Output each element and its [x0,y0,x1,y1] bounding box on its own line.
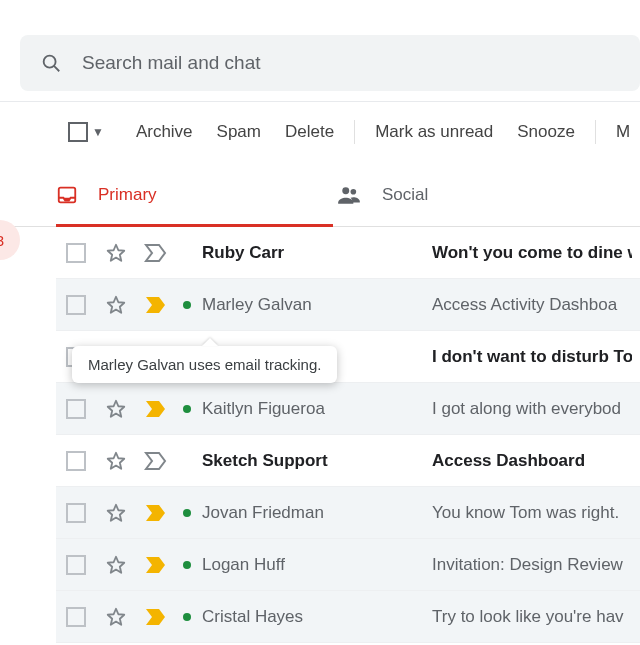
subject: You know Tom was right. [432,503,632,523]
tab-social[interactable]: Social [336,164,616,226]
subject: Invitation: Design Review [432,555,632,575]
subject: Access Dashboard [432,451,632,471]
delete-button[interactable]: Delete [285,122,334,142]
mail-row[interactable]: Cristal HayesTry to look like you're hav [56,591,640,643]
tracking-dot [176,561,198,569]
sender: Logan Huff [202,555,432,575]
row-checkbox[interactable] [56,399,96,419]
search-input[interactable] [80,51,480,75]
svg-point-3 [342,187,349,194]
sender: Kaitlyn Figueroa [202,399,432,419]
mail-row[interactable]: Marley GalvanAccess Activity Dashboa [56,279,640,331]
star-icon[interactable] [96,450,136,472]
mail-list: Ruby CarrWon't you come to dine wMarley … [56,227,640,643]
mark-unread-button[interactable]: Mark as unread [375,122,493,142]
sender: Ruby Carr [202,243,432,263]
caret-down-icon[interactable]: ▼ [92,125,104,139]
importance-icon[interactable] [136,451,176,471]
svg-marker-8 [108,400,125,416]
star-icon[interactable] [96,242,136,264]
star-icon[interactable] [96,554,136,576]
people-icon [336,182,362,208]
svg-marker-12 [108,608,125,624]
tracking-tooltip: Marley Galvan uses email tracking. [72,346,337,383]
divider [0,101,640,102]
checkbox-icon[interactable] [68,122,88,142]
badge-count: 3 [0,232,4,249]
subject: I got along with everybod [432,399,632,419]
tracking-dot [176,509,198,517]
tracking-dot [176,613,198,621]
importance-icon[interactable] [136,295,176,315]
row-checkbox[interactable] [56,243,96,263]
mail-row[interactable]: Kaitlyn FigueroaI got along with everybo… [56,383,640,435]
svg-marker-10 [108,504,125,520]
tooltip-text: Marley Galvan uses email tracking. [88,356,321,373]
tracking-dot [176,301,198,309]
svg-point-0 [44,56,56,68]
subject: Won't you come to dine w [432,243,632,263]
importance-icon[interactable] [136,243,176,263]
importance-icon[interactable] [136,399,176,419]
subject: I don't want to disturb To [432,347,632,367]
toolbar-divider [354,120,355,144]
snooze-button[interactable]: Snooze [517,122,575,142]
sender: Sketch Support [202,451,432,471]
tracking-dot [176,405,198,413]
svg-marker-11 [108,556,125,572]
importance-icon[interactable] [136,555,176,575]
category-tabs: Primary Social [0,164,640,227]
svg-marker-6 [108,296,125,312]
mail-row[interactable]: Logan HuffInvitation: Design Review [56,539,640,591]
mail-row[interactable]: Sketch SupportAccess Dashboard [56,435,640,487]
row-checkbox[interactable] [56,607,96,627]
archive-button[interactable]: Archive [136,122,193,142]
row-checkbox[interactable] [56,451,96,471]
search-icon [40,52,62,74]
sender: Marley Galvan [202,295,432,315]
more-button[interactable]: M [616,122,630,142]
tab-label: Social [382,185,428,205]
tab-primary[interactable]: Primary [56,164,336,226]
svg-marker-5 [108,244,125,260]
importance-icon[interactable] [136,503,176,523]
svg-point-4 [351,189,357,195]
select-all[interactable]: ▼ [68,122,104,142]
bulk-action-toolbar: ▼ Archive Spam Delete Mark as unread Sno… [68,120,640,144]
row-checkbox[interactable] [56,503,96,523]
importance-icon[interactable] [136,607,176,627]
subject: Try to look like you're hav [432,607,632,627]
mail-row[interactable]: Ruby CarrWon't you come to dine w [56,227,640,279]
row-checkbox[interactable] [56,555,96,575]
spam-button[interactable]: Spam [217,122,261,142]
search-bar[interactable] [20,35,640,91]
toolbar-divider [595,120,596,144]
sender: Cristal Hayes [202,607,432,627]
svg-marker-9 [108,452,125,468]
star-icon[interactable] [96,294,136,316]
star-icon[interactable] [96,502,136,524]
svg-line-1 [54,66,59,71]
subject: Access Activity Dashboa [432,295,632,315]
star-icon[interactable] [96,398,136,420]
star-icon[interactable] [96,606,136,628]
row-checkbox[interactable] [56,295,96,315]
mail-row[interactable]: Jovan FriedmanYou know Tom was right. [56,487,640,539]
inbox-icon [56,184,78,206]
tab-label: Primary [98,185,157,205]
sender: Jovan Friedman [202,503,432,523]
